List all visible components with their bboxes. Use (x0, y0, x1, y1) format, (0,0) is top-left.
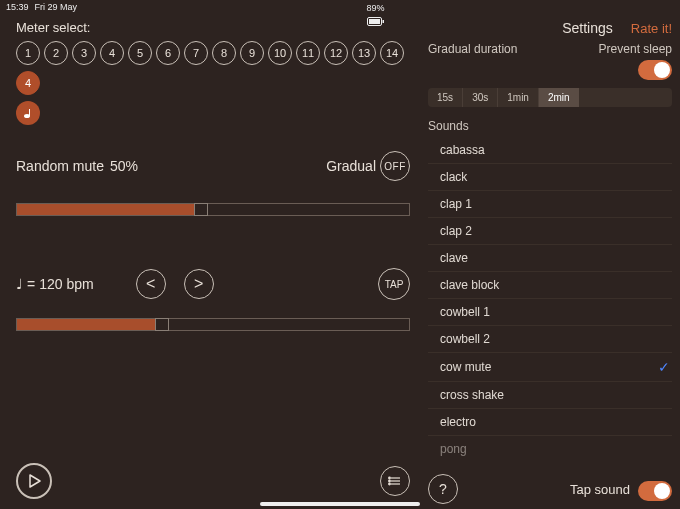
home-indicator (260, 502, 420, 506)
settings-panel: Settings Rate it! Gradual duration Preve… (420, 14, 680, 509)
duration-15s[interactable]: 15s (428, 88, 463, 107)
meter-row: 1234567891011121314 (16, 41, 410, 65)
status-time: 15:39 (6, 2, 29, 12)
meter-7[interactable]: 7 (184, 41, 208, 65)
random-mute-label: Random mute (16, 158, 104, 174)
meter-1[interactable]: 1 (16, 41, 40, 65)
status-date: Fri 29 May (35, 2, 78, 12)
main-panel: Meter select: 1234567891011121314 4 Rand… (0, 14, 420, 509)
sound-item[interactable]: clap 1 (428, 191, 672, 218)
meter-6[interactable]: 6 (156, 41, 180, 65)
sound-item[interactable]: cowbell 2 (428, 326, 672, 353)
gradual-toggle[interactable]: OFF (380, 151, 410, 181)
meter-5[interactable]: 5 (128, 41, 152, 65)
sounds-list: cabassaclackclap 1clap 2claveclave block… (428, 137, 672, 471)
duration-30s[interactable]: 30s (463, 88, 498, 107)
meter-4[interactable]: 4 (100, 41, 124, 65)
sound-item[interactable]: electro (428, 409, 672, 436)
status-bar: 15:39 Fri 29 May 89% (0, 0, 680, 14)
check-icon: ✓ (658, 359, 670, 375)
sound-item[interactable]: cabassa (428, 137, 672, 164)
tempo-slider[interactable] (16, 318, 410, 331)
sound-item[interactable]: cross shake (428, 382, 672, 409)
random-mute-value: 50% (110, 158, 138, 174)
tap-tempo-button[interactable]: TAP (378, 268, 410, 300)
gradual-duration-label: Gradual duration (428, 42, 517, 56)
settings-title: Settings (562, 20, 613, 36)
meter-10[interactable]: 10 (268, 41, 292, 65)
gradual-label: Gradual (326, 158, 376, 174)
meter-2[interactable]: 2 (44, 41, 68, 65)
tempo-value: 120 bpm (39, 276, 93, 292)
tempo-note-icon: ♩ (16, 276, 23, 292)
sound-item[interactable]: cowbell 1 (428, 299, 672, 326)
duration-1min[interactable]: 1min (498, 88, 539, 107)
sound-item[interactable]: clave block (428, 272, 672, 299)
random-mute-slider[interactable] (16, 203, 410, 216)
sound-item[interactable]: cow mute✓ (428, 353, 672, 382)
note-value-button[interactable] (16, 101, 40, 125)
tap-sound-label: Tap sound (570, 482, 630, 497)
tempo-equals: = (27, 276, 35, 292)
meter-3[interactable]: 3 (72, 41, 96, 65)
svg-point-11 (389, 483, 391, 485)
meter-12[interactable]: 12 (324, 41, 348, 65)
sound-item[interactable]: clave (428, 245, 672, 272)
tap-sound-toggle[interactable] (638, 481, 672, 501)
rate-it-link[interactable]: Rate it! (631, 21, 672, 36)
sounds-label: Sounds (428, 119, 672, 133)
meter-selected-display[interactable]: 4 (16, 71, 40, 95)
duration-segmented[interactable]: 15s30s1min2min (428, 88, 672, 107)
sound-item[interactable]: pong (428, 436, 672, 462)
list-icon-button[interactable] (380, 466, 410, 496)
meter-11[interactable]: 11 (296, 41, 320, 65)
play-button[interactable] (16, 463, 52, 499)
battery-pct: 89% (367, 3, 385, 13)
prevent-sleep-toggle[interactable] (638, 60, 672, 80)
meter-13[interactable]: 13 (352, 41, 376, 65)
tempo-decrease-button[interactable]: < (136, 269, 166, 299)
sound-item[interactable]: clack (428, 164, 672, 191)
meter-select-label: Meter select: (16, 20, 410, 35)
tempo-increase-button[interactable]: > (184, 269, 214, 299)
meter-14[interactable]: 14 (380, 41, 404, 65)
sound-item[interactable]: clap 2 (428, 218, 672, 245)
svg-point-10 (389, 480, 391, 482)
meter-9[interactable]: 9 (240, 41, 264, 65)
duration-2min[interactable]: 2min (539, 88, 579, 107)
prevent-sleep-label: Prevent sleep (599, 42, 672, 56)
svg-rect-4 (29, 109, 30, 116)
svg-point-9 (389, 477, 391, 479)
help-button[interactable]: ? (428, 474, 458, 504)
meter-8[interactable]: 8 (212, 41, 236, 65)
svg-marker-5 (30, 475, 40, 487)
